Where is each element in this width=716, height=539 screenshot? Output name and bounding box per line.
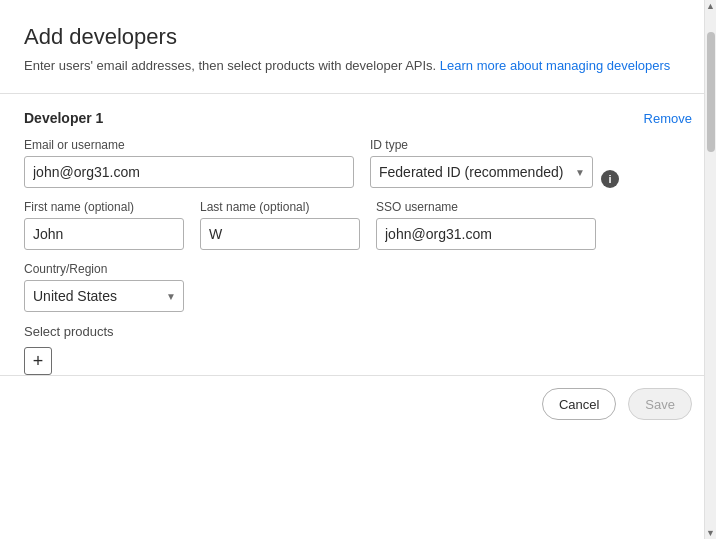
- country-select-wrapper: United States United Kingdom Canada Germ…: [24, 280, 184, 312]
- sso-input[interactable]: [376, 218, 596, 250]
- select-products-label: Select products: [24, 324, 692, 339]
- last-name-input[interactable]: [200, 218, 360, 250]
- developer-title: Developer 1: [24, 110, 103, 126]
- page-subtitle: Enter users' email addresses, then selec…: [24, 58, 692, 73]
- email-input[interactable]: [24, 156, 354, 188]
- country-label: Country/Region: [24, 262, 107, 276]
- last-name-group: Last name (optional): [200, 200, 360, 250]
- info-icon[interactable]: i: [601, 170, 619, 188]
- main-content: Add developers Enter users' email addres…: [0, 0, 716, 375]
- id-type-select-wrapper: Federated ID (recommended) Enterprise ID…: [370, 156, 593, 188]
- section-divider: [0, 93, 716, 94]
- add-product-button[interactable]: +: [24, 347, 52, 375]
- last-name-label: Last name (optional): [200, 200, 360, 214]
- id-type-label: ID type: [370, 138, 650, 152]
- cancel-button[interactable]: Cancel: [542, 388, 616, 420]
- name-sso-row: First name (optional) Last name (optiona…: [24, 200, 692, 250]
- outer-wrapper: Add developers Enter users' email addres…: [0, 0, 716, 539]
- first-name-group: First name (optional): [24, 200, 184, 250]
- id-type-row: Federated ID (recommended) Enterprise ID…: [370, 156, 650, 188]
- first-name-label: First name (optional): [24, 200, 184, 214]
- email-group: Email or username: [24, 138, 354, 188]
- page-container: Add developers Enter users' email addres…: [0, 0, 716, 539]
- scrollbar-up-icon[interactable]: ▲: [705, 0, 717, 12]
- select-products-section: Select products + CREATIVE CLOUD (1) St: [24, 324, 692, 375]
- id-type-select[interactable]: Federated ID (recommended) Enterprise ID…: [370, 156, 593, 188]
- email-label: Email or username: [24, 138, 354, 152]
- id-type-group: ID type Federated ID (recommended) Enter…: [370, 138, 650, 188]
- developer-section: Developer 1 Remove Email or username ID …: [24, 110, 692, 375]
- page-title: Add developers: [24, 24, 692, 50]
- save-button[interactable]: Save: [628, 388, 692, 420]
- subtitle-text: Enter users' email addresses, then selec…: [24, 58, 440, 73]
- developer-header: Developer 1 Remove: [24, 110, 692, 126]
- sso-group: SSO username: [376, 200, 596, 250]
- country-select[interactable]: United States United Kingdom Canada Germ…: [24, 280, 184, 312]
- products-area: + CREATIVE CLOUD (1) St Adobe Stock (Sta…: [24, 347, 692, 375]
- scrollbar: ▲ ▼: [704, 0, 716, 539]
- first-name-input[interactable]: [24, 218, 184, 250]
- footer-bar: Cancel Save: [0, 375, 716, 432]
- sso-label: SSO username: [376, 200, 596, 214]
- country-row: Country/Region United States United King…: [24, 262, 692, 312]
- email-idtype-row: Email or username ID type Federated ID (…: [24, 138, 692, 188]
- content-wrapper: Add developers Enter users' email addres…: [0, 0, 716, 539]
- learn-more-link[interactable]: Learn more about managing developers: [440, 58, 671, 73]
- add-icon: +: [33, 352, 44, 370]
- scrollbar-down-icon[interactable]: ▼: [705, 527, 717, 539]
- scrollbar-thumb[interactable]: [707, 32, 715, 152]
- remove-link[interactable]: Remove: [644, 111, 692, 126]
